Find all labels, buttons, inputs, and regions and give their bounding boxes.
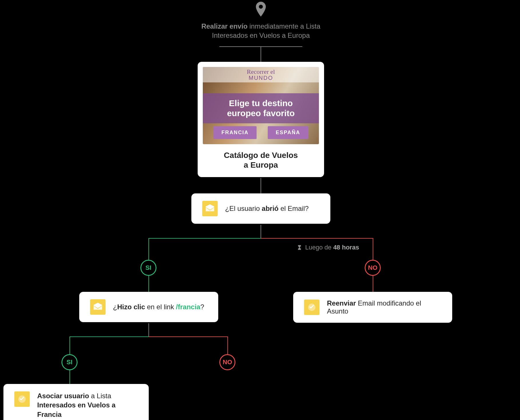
- badge-no-2: NO: [219, 354, 235, 370]
- email-headline: Elige tu destino europeo favorito: [203, 93, 319, 123]
- hourglass-icon: [297, 244, 302, 251]
- email-open-icon: [202, 201, 218, 216]
- badge-no-1: NO: [365, 260, 381, 276]
- check-icon: [14, 391, 30, 407]
- destination-button-espana[interactable]: ESPAÑA: [268, 126, 308, 139]
- email-caption: Catálogo de Vuelos a Europa: [203, 144, 319, 170]
- email-preview-card[interactable]: Recorrer el MUNDO Elige tu destino europ…: [198, 62, 324, 177]
- email-click-icon: [90, 299, 106, 315]
- decision-opened-email[interactable]: ¿El usuario abrió el Email?: [191, 193, 330, 224]
- delay-label: Luego de 48 horas: [297, 244, 359, 251]
- action-resend-email-text: Reenviar Email modificando el Asunto: [327, 299, 441, 315]
- email-hero-image: Recorrer el MUNDO Elige tu destino europ…: [203, 67, 319, 144]
- destination-button-francia[interactable]: FRANCIA: [213, 126, 257, 139]
- action-associate-user-text: Asociar usuario a Lista Interesados en V…: [37, 391, 138, 419]
- action-associate-user[interactable]: Asociar usuario a Lista Interesados en V…: [3, 384, 149, 420]
- decision-clicked-link[interactable]: ¿Hizo clic en el link /francia?: [79, 292, 218, 322]
- decision-opened-email-text: ¿El usuario abrió el Email?: [225, 205, 319, 213]
- start-label: Realizar envío inmediatamente a Lista In…: [174, 22, 347, 40]
- action-resend-email[interactable]: Reenviar Email modificando el Asunto: [293, 292, 452, 323]
- check-icon: [304, 300, 319, 315]
- location-pin-icon: [255, 2, 267, 18]
- badge-si-1: SI: [140, 260, 156, 276]
- badge-si-2: SI: [61, 354, 78, 370]
- decision-clicked-link-text: ¿Hizo clic en el link /francia?: [113, 303, 207, 311]
- email-logo: Recorrer el MUNDO: [203, 67, 319, 82]
